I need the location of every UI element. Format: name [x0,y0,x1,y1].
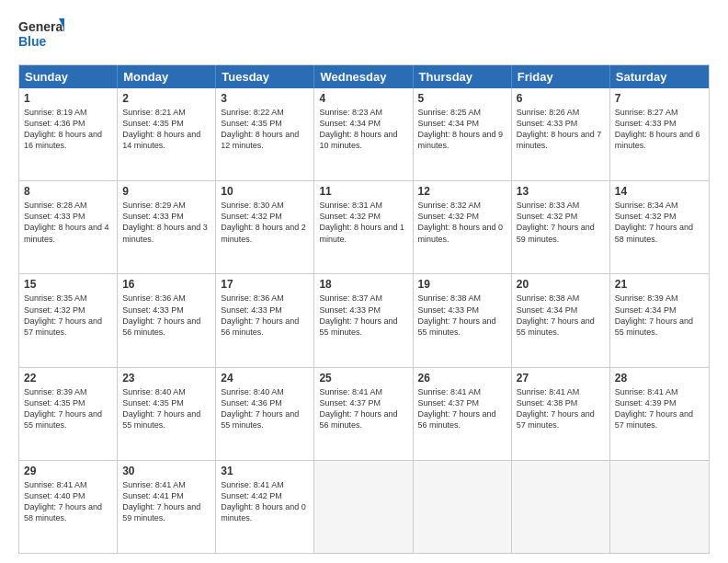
day-info: Sunrise: 8:41 AM Sunset: 4:40 PM Dayligh… [24,479,112,524]
calendar-cell-7: 7Sunrise: 8:27 AM Sunset: 4:33 PM Daylig… [610,88,709,180]
day-info: Sunrise: 8:31 AM Sunset: 4:32 PM Dayligh… [319,200,407,245]
calendar-cell-18: 18Sunrise: 8:37 AM Sunset: 4:33 PM Dayli… [314,274,413,366]
day-number: 4 [319,92,407,105]
calendar-cell-3: 3Sunrise: 8:22 AM Sunset: 4:35 PM Daylig… [216,88,314,180]
svg-text:General: General [18,19,64,34]
day-info: Sunrise: 8:41 AM Sunset: 4:41 PM Dayligh… [122,479,210,524]
day-info: Sunrise: 8:39 AM Sunset: 4:35 PM Dayligh… [24,386,112,431]
day-number: 25 [319,372,407,385]
calendar-body: 1Sunrise: 8:19 AM Sunset: 4:36 PM Daylig… [19,88,709,553]
calendar-row-1: 1Sunrise: 8:19 AM Sunset: 4:36 PM Daylig… [19,88,709,180]
day-info: Sunrise: 8:40 AM Sunset: 4:35 PM Dayligh… [122,386,210,431]
calendar-cell-14: 14Sunrise: 8:34 AM Sunset: 4:32 PM Dayli… [610,181,709,273]
day-number: 31 [221,465,309,477]
day-number: 17 [221,278,309,291]
calendar-cell-empty [414,461,512,553]
day-header-saturday: Saturday [610,65,709,88]
calendar-row-5: 29Sunrise: 8:41 AM Sunset: 4:40 PM Dayli… [19,460,709,553]
calendar-row-4: 22Sunrise: 8:39 AM Sunset: 4:35 PM Dayli… [19,367,709,460]
day-number: 22 [24,372,112,385]
calendar-cell-19: 19Sunrise: 8:38 AM Sunset: 4:33 PM Dayli… [414,274,512,366]
day-number: 6 [517,92,605,105]
day-info: Sunrise: 8:38 AM Sunset: 4:33 PM Dayligh… [418,293,506,338]
day-number: 3 [221,92,309,105]
calendar-cell-17: 17Sunrise: 8:36 AM Sunset: 4:33 PM Dayli… [216,274,314,366]
day-number: 10 [221,185,309,198]
day-number: 12 [418,185,506,198]
calendar-cell-6: 6Sunrise: 8:26 AM Sunset: 4:33 PM Daylig… [512,88,610,180]
day-header-thursday: Thursday [414,65,512,88]
calendar-cell-13: 13Sunrise: 8:33 AM Sunset: 4:32 PM Dayli… [512,181,610,273]
day-header-tuesday: Tuesday [216,65,314,88]
day-info: Sunrise: 8:23 AM Sunset: 4:34 PM Dayligh… [319,107,407,152]
calendar-cell-11: 11Sunrise: 8:31 AM Sunset: 4:32 PM Dayli… [314,181,413,273]
day-number: 2 [122,92,210,105]
calendar-cell-21: 21Sunrise: 8:39 AM Sunset: 4:34 PM Dayli… [610,274,709,366]
calendar-cell-16: 16Sunrise: 8:36 AM Sunset: 4:33 PM Dayli… [118,274,216,366]
day-number: 1 [24,92,112,105]
day-number: 29 [24,465,112,477]
calendar-cell-empty [512,461,610,553]
day-info: Sunrise: 8:41 AM Sunset: 4:42 PM Dayligh… [221,479,309,524]
day-info: Sunrise: 8:41 AM Sunset: 4:37 PM Dayligh… [319,386,407,431]
day-number: 26 [418,372,506,385]
day-info: Sunrise: 8:33 AM Sunset: 4:32 PM Dayligh… [517,200,605,245]
calendar-cell-20: 20Sunrise: 8:38 AM Sunset: 4:34 PM Dayli… [512,274,610,366]
day-info: Sunrise: 8:25 AM Sunset: 4:34 PM Dayligh… [418,107,506,152]
day-number: 18 [319,278,407,291]
day-info: Sunrise: 8:37 AM Sunset: 4:33 PM Dayligh… [319,293,407,338]
calendar-cell-5: 5Sunrise: 8:25 AM Sunset: 4:34 PM Daylig… [414,88,512,180]
day-header-wednesday: Wednesday [314,65,413,88]
day-info: Sunrise: 8:32 AM Sunset: 4:32 PM Dayligh… [418,200,506,245]
day-info: Sunrise: 8:22 AM Sunset: 4:35 PM Dayligh… [221,107,309,152]
day-number: 5 [418,92,506,105]
day-number: 7 [615,92,704,105]
day-number: 13 [517,185,605,198]
calendar-cell-27: 27Sunrise: 8:41 AM Sunset: 4:38 PM Dayli… [512,368,610,460]
day-number: 20 [517,278,605,291]
day-info: Sunrise: 8:36 AM Sunset: 4:33 PM Dayligh… [122,293,210,338]
day-number: 15 [24,278,112,291]
day-info: Sunrise: 8:19 AM Sunset: 4:36 PM Dayligh… [24,107,112,152]
day-number: 8 [24,185,112,198]
day-info: Sunrise: 8:26 AM Sunset: 4:33 PM Dayligh… [517,107,605,152]
day-number: 23 [122,372,210,385]
day-info: Sunrise: 8:41 AM Sunset: 4:39 PM Dayligh… [615,386,704,431]
day-info: Sunrise: 8:28 AM Sunset: 4:33 PM Dayligh… [24,200,112,245]
calendar-cell-23: 23Sunrise: 8:40 AM Sunset: 4:35 PM Dayli… [118,368,216,460]
day-number: 24 [221,372,309,385]
day-number: 19 [418,278,506,291]
day-info: Sunrise: 8:40 AM Sunset: 4:36 PM Dayligh… [221,386,309,431]
calendar-cell-29: 29Sunrise: 8:41 AM Sunset: 4:40 PM Dayli… [19,461,118,553]
calendar-cell-12: 12Sunrise: 8:32 AM Sunset: 4:32 PM Dayli… [414,181,512,273]
calendar-cell-1: 1Sunrise: 8:19 AM Sunset: 4:36 PM Daylig… [19,88,118,180]
calendar-cell-9: 9Sunrise: 8:29 AM Sunset: 4:33 PM Daylig… [118,181,216,273]
page-header: General Blue [18,17,710,55]
calendar-cell-10: 10Sunrise: 8:30 AM Sunset: 4:32 PM Dayli… [216,181,314,273]
logo: General Blue [18,17,64,55]
calendar: SundayMondayTuesdayWednesdayThursdayFrid… [18,64,710,554]
calendar-cell-empty [610,461,709,553]
day-header-sunday: Sunday [19,65,118,88]
svg-text:Blue: Blue [18,34,47,49]
day-header-monday: Monday [118,65,216,88]
calendar-header: SundayMondayTuesdayWednesdayThursdayFrid… [19,65,709,88]
calendar-cell-28: 28Sunrise: 8:41 AM Sunset: 4:39 PM Dayli… [610,368,709,460]
day-number: 16 [122,278,210,291]
day-info: Sunrise: 8:38 AM Sunset: 4:34 PM Dayligh… [517,293,605,338]
day-info: Sunrise: 8:39 AM Sunset: 4:34 PM Dayligh… [615,293,704,338]
calendar-cell-4: 4Sunrise: 8:23 AM Sunset: 4:34 PM Daylig… [314,88,413,180]
calendar-cell-8: 8Sunrise: 8:28 AM Sunset: 4:33 PM Daylig… [19,181,118,273]
calendar-cell-2: 2Sunrise: 8:21 AM Sunset: 4:35 PM Daylig… [118,88,216,180]
calendar-cell-15: 15Sunrise: 8:35 AM Sunset: 4:32 PM Dayli… [19,274,118,366]
calendar-cell-30: 30Sunrise: 8:41 AM Sunset: 4:41 PM Dayli… [118,461,216,553]
day-number: 30 [122,465,210,477]
day-info: Sunrise: 8:41 AM Sunset: 4:38 PM Dayligh… [517,386,605,431]
calendar-cell-26: 26Sunrise: 8:41 AM Sunset: 4:37 PM Dayli… [414,368,512,460]
day-number: 11 [319,185,407,198]
day-number: 28 [615,372,704,385]
day-info: Sunrise: 8:36 AM Sunset: 4:33 PM Dayligh… [221,293,309,338]
day-info: Sunrise: 8:30 AM Sunset: 4:32 PM Dayligh… [221,200,309,245]
calendar-cell-24: 24Sunrise: 8:40 AM Sunset: 4:36 PM Dayli… [216,368,314,460]
day-number: 14 [615,185,704,198]
